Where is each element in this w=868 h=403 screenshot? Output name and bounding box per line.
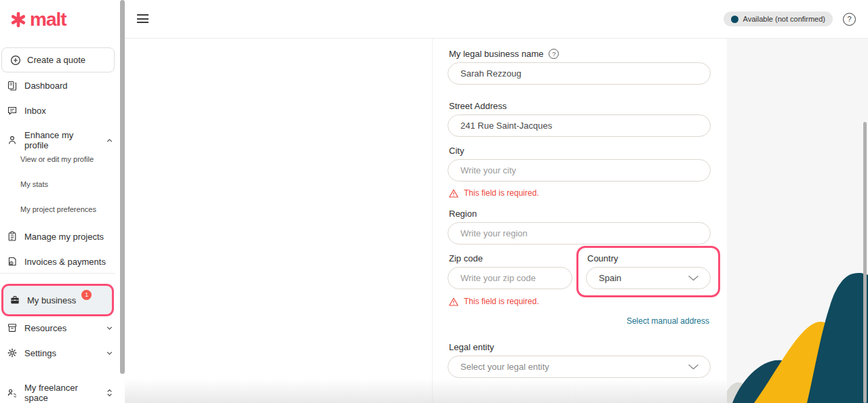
warning-triangle-icon <box>449 189 458 198</box>
sidebar-item-label: My freelancer space <box>24 383 98 403</box>
warning-triangle-icon <box>449 297 458 306</box>
legal-name-help-icon[interactable]: ? <box>549 49 559 59</box>
sidebar-item-label: Inbox <box>24 106 46 116</box>
sidebar-item-label: Manage my projects <box>24 232 104 242</box>
briefcase-icon <box>9 295 20 305</box>
chevron-down-icon[interactable] <box>105 349 114 358</box>
sidebar-item-invoices-payments[interactable]: Invoices & payments <box>7 256 114 267</box>
sidebar-item-inbox[interactable]: Inbox <box>7 105 114 116</box>
topbar: Available (not confirmed) ? <box>125 0 868 39</box>
street-label: Street Address <box>449 101 507 111</box>
city-label: City <box>449 146 464 156</box>
sidebar-item-my-business[interactable]: My business 1 <box>1 284 114 316</box>
sidebar-item-label: Dashboard <box>24 81 68 91</box>
zip-error: This field is required. <box>449 297 539 306</box>
sidebar-item-label: Enhance my profile <box>24 130 98 150</box>
switch-account-icon <box>7 387 18 398</box>
city-input[interactable] <box>448 159 711 182</box>
sidebar-item-resources[interactable]: Resources <box>7 322 114 333</box>
create-quote-label: Create a quote <box>27 55 85 65</box>
city-error: This field is required. <box>449 188 539 198</box>
sidebar-item-dashboard[interactable]: Dashboard <box>7 80 114 91</box>
clipboard-icon <box>7 231 18 242</box>
sidebar-item-label: My business <box>27 295 76 305</box>
help-icon[interactable]: ? <box>843 13 856 26</box>
sidebar-item-label: Settings <box>24 348 98 358</box>
dashboard-icon <box>7 80 18 91</box>
inbox-icon <box>7 105 18 116</box>
create-quote-button[interactable]: Create a quote <box>1 47 115 72</box>
sidebar-item-enhance-profile[interactable]: Enhance my profile <box>7 130 114 150</box>
country-label: Country <box>587 253 618 263</box>
business-address-form: My legal business name ? Street Address … <box>448 39 711 403</box>
availability-badge[interactable]: Available (not confirmed) <box>724 12 833 26</box>
topbar-right: Available (not confirmed) ? <box>724 0 856 38</box>
sidebar-divider <box>0 273 115 274</box>
street-input[interactable] <box>448 114 711 137</box>
legal-entity-label: Legal entity <box>449 342 494 352</box>
sidebar-item-freelancer-space[interactable]: My freelancer space <box>7 383 114 403</box>
chevron-down-icon[interactable] <box>105 324 114 333</box>
legal-entity-select[interactable]: Select your legal entity <box>448 356 711 378</box>
decorative-hills-illustration <box>727 259 868 403</box>
sidebar: malt Create a quote Dashboard Inbox <box>0 0 121 403</box>
legal-name-label-row: My legal business name ? <box>449 49 559 59</box>
person-icon <box>7 135 18 146</box>
invoice-euro-icon <box>7 256 18 267</box>
sidebar-subitem-view-edit-profile[interactable]: View or edit my profile <box>20 155 94 163</box>
availability-dot-icon <box>731 16 738 23</box>
legal-entity-placeholder: Select your legal entity <box>460 362 549 372</box>
legal-name-label: My legal business name <box>449 49 543 59</box>
legal-name-input[interactable] <box>448 62 711 85</box>
sidebar-subitem-my-stats[interactable]: My stats <box>20 180 48 188</box>
chevron-down-icon <box>688 275 699 282</box>
sidebar-subitem-project-preferences[interactable]: My project preferences <box>20 205 96 213</box>
zip-label: Zip code <box>449 253 483 263</box>
manual-address-link[interactable]: Select manual address <box>627 316 709 326</box>
sidebar-item-label: Resources <box>24 323 98 333</box>
unfold-icon[interactable] <box>105 388 114 398</box>
region-input[interactable] <box>448 222 711 245</box>
chevron-up-icon[interactable] <box>105 136 114 145</box>
plus-circle-icon <box>10 55 21 66</box>
malt-logo[interactable]: malt <box>9 9 66 30</box>
sidebar-item-manage-projects[interactable]: Manage my projects <box>7 231 114 242</box>
availability-label: Available (not confirmed) <box>743 15 825 23</box>
sidebar-item-settings[interactable]: Settings <box>7 347 114 358</box>
country-value: Spain <box>599 273 621 283</box>
notification-badge: 1 <box>81 290 92 300</box>
page: malt Create a quote Dashboard Inbox <box>0 0 868 403</box>
malt-asterisk-icon <box>9 11 27 28</box>
gear-icon <box>7 347 18 358</box>
content-divider <box>432 39 433 403</box>
archive-box-icon <box>7 322 18 333</box>
logo-text: malt <box>30 9 66 30</box>
sidebar-item-label: Invoices & payments <box>24 257 106 267</box>
hamburger-menu-icon[interactable] <box>137 14 149 26</box>
chevron-down-icon <box>688 364 699 370</box>
zip-error-text: This field is required. <box>464 297 539 306</box>
zip-input[interactable] <box>448 267 572 289</box>
page-scrollbar[interactable] <box>863 122 867 403</box>
city-error-text: This field is required. <box>464 188 539 198</box>
sidebar-scrollbar[interactable] <box>120 0 125 374</box>
region-label: Region <box>449 209 477 219</box>
country-select[interactable]: Spain <box>586 267 711 289</box>
